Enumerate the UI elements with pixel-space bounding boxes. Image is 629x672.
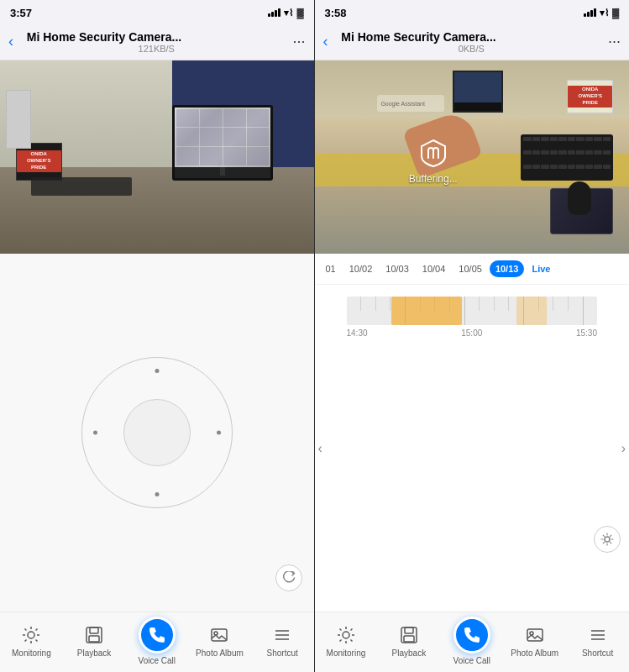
left-photo-album-label: Photo Album: [196, 648, 244, 658]
timeline-secondary-region: [516, 297, 547, 325]
left-header-center: Mi Home Security Camera... 121KB/S: [20, 30, 292, 54]
timeline-label-1530: 15:30: [576, 328, 597, 338]
left-nav-photo-album[interactable]: Photo Album: [188, 612, 251, 669]
left-nav-shortcut[interactable]: Shortcut: [251, 612, 314, 669]
svg-rect-12: [212, 629, 227, 641]
timeline-nav-right[interactable]: ›: [621, 441, 626, 456]
right-phone-icon: [463, 626, 481, 644]
timeline-label-1500: 15:00: [461, 328, 482, 338]
left-header: ‹ Mi Home Security Camera... 121KB/S ···: [0, 24, 314, 60]
svg-line-25: [350, 628, 352, 630]
left-back-button[interactable]: ‹: [8, 33, 13, 50]
mi-logo-svg: [418, 138, 448, 168]
svg-point-18: [343, 632, 349, 638]
right-save-icon: [400, 626, 418, 644]
right-panel: 3:58 ▾⌇ ▓ ‹ Mi Home Security Camera... 0…: [315, 0, 630, 672]
date-tab-1005[interactable]: 10/05: [453, 260, 488, 277]
right-camera-background: ONIDAOWNER'S PRIDE Google Assistant: [315, 60, 630, 254]
joystick-dot-bottom: [155, 492, 159, 496]
phone-icon: [148, 626, 166, 644]
right-wifi-icon: ▾⌇: [600, 8, 609, 18]
refresh-button-left[interactable]: [275, 564, 302, 591]
left-header-title: Mi Home Security Camera...: [20, 30, 188, 44]
right-status-icons: ▾⌇ ▓: [584, 8, 619, 18]
buffering-overlay: Buffering...: [409, 138, 458, 185]
timeline-active-region: [391, 297, 462, 325]
right-nav-voice-call[interactable]: Voice Call: [440, 612, 503, 669]
svg-rect-11: [89, 636, 99, 642]
settings-gear-icon: [600, 533, 614, 546]
svg-line-6: [36, 639, 38, 641]
date-tab-live[interactable]: Live: [526, 260, 556, 277]
sun-icon: [22, 626, 40, 644]
date-tabs: 01 10/02 10/03 10/04 10/05 10/13 Live: [315, 254, 630, 285]
tick: [553, 297, 569, 311]
tick: [584, 297, 598, 325]
svg-line-5: [25, 628, 27, 630]
left-nav-voice-call[interactable]: Voice Call: [125, 612, 188, 669]
speaker-left: [6, 90, 31, 149]
monitoring-icon: [20, 624, 42, 646]
svg-line-8: [25, 639, 27, 641]
right-header: ‹ Mi Home Security Camera... 0KB/S ···: [315, 24, 630, 60]
tick: [465, 297, 480, 311]
right-photo-album-icon: [524, 624, 546, 646]
date-tab-1003[interactable]: 10/03: [380, 260, 415, 277]
right-header-subtitle: 0KB/S: [335, 44, 608, 54]
left-nav-playback[interactable]: Playback: [63, 612, 126, 669]
mi-logo: [418, 138, 448, 168]
menu-icon: [273, 626, 291, 644]
date-tab-1013[interactable]: 10/13: [490, 260, 525, 277]
onida-label-left: ONIDAOWNER'S PRIDE: [17, 150, 61, 171]
right-nav-shortcut[interactable]: Shortcut: [566, 612, 629, 669]
photo-icon: [210, 626, 228, 644]
date-tab-1004[interactable]: 10/04: [417, 260, 452, 277]
timeline-nav-left[interactable]: ‹: [318, 441, 322, 456]
right-more-button[interactable]: ···: [608, 33, 621, 50]
right-monitoring-label: Monitoring: [327, 648, 366, 658]
right-shortcut-label: Shortcut: [582, 648, 613, 658]
left-more-button[interactable]: ···: [292, 33, 305, 50]
joystick-dot-top: [155, 369, 159, 373]
svg-rect-28: [405, 627, 413, 633]
right-photo-icon: [526, 626, 544, 644]
left-time: 3:57: [10, 7, 32, 19]
left-nav-monitoring[interactable]: Monitoring: [0, 612, 63, 669]
svg-rect-10: [90, 627, 98, 633]
settings-button-right[interactable]: [594, 526, 621, 553]
monitor: [172, 105, 273, 181]
tick: [495, 297, 510, 311]
right-time: 3:58: [325, 7, 347, 19]
shortcut-icon: [271, 624, 293, 646]
right-monitoring-icon: [335, 624, 357, 646]
svg-rect-29: [404, 636, 414, 642]
keyboard-left: [31, 177, 132, 196]
keyboard-right: [521, 134, 613, 181]
voice-call-icon: [139, 617, 176, 654]
timeline-scroll[interactable]: ‹ ›: [315, 285, 630, 612]
joystick-inner-circle[interactable]: [123, 399, 191, 466]
mouse: [568, 181, 591, 215]
left-signal-icon: [268, 8, 280, 17]
right-voice-call-icon: [453, 617, 490, 654]
left-bottom-nav: Monitoring Playback Voice Call: [0, 612, 314, 672]
right-nav-monitoring[interactable]: Monitoring: [315, 612, 378, 669]
date-tab-1002[interactable]: 10/02: [343, 260, 379, 277]
monitor-screen: [175, 108, 270, 167]
left-control-area: [0, 254, 314, 612]
left-camera-feed: ONIDAOWNER'S PRIDE: [0, 60, 314, 254]
refresh-icon: [282, 571, 296, 585]
left-panel: 3:57 ▾⌇ ▓ ‹ Mi Home Security Camera... 1…: [0, 0, 315, 672]
left-camera-background: ONIDAOWNER'S PRIDE: [0, 60, 314, 254]
monitor-stand: [220, 167, 225, 176]
right-back-button[interactable]: ‹: [323, 33, 328, 50]
right-nav-playback[interactable]: Playback: [377, 612, 440, 669]
google-assistant-area: Google Assistant: [377, 95, 444, 112]
left-playback-label: Playback: [77, 648, 112, 658]
right-nav-photo-album[interactable]: Photo Album: [503, 612, 566, 669]
date-tab-01[interactable]: 01: [320, 260, 342, 277]
joystick-container[interactable]: [81, 357, 233, 508]
left-monitoring-label: Monitoring: [12, 648, 51, 658]
right-sun-icon: [337, 626, 355, 644]
left-battery-icon: ▓: [296, 8, 303, 18]
